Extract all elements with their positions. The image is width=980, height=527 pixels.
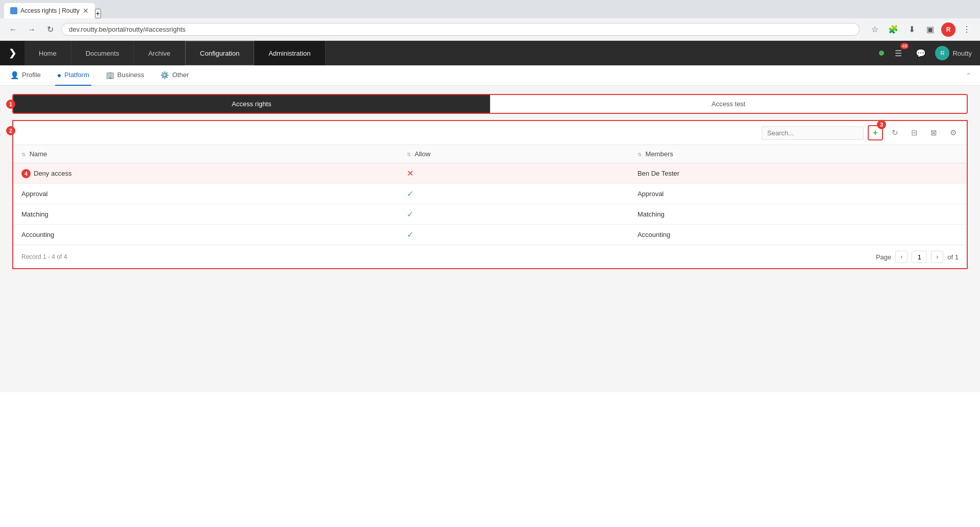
filter-icon: ⊟ [911, 128, 918, 137]
new-tab-button[interactable]: + [95, 9, 101, 18]
user-nav-name: Routty [952, 50, 972, 57]
platform-label: Platform [64, 71, 89, 79]
refresh-button[interactable]: ↻ [887, 125, 902, 140]
browser-tab[interactable]: Access rights | Routty ✕ [4, 3, 95, 18]
page-label: Page [876, 253, 891, 261]
browser-tab-bar: Access rights | Routty ✕ + [0, 0, 980, 18]
cell-name: Matching [13, 204, 399, 225]
col-name-label: Name [30, 150, 47, 158]
nav-administration-label: Administration [268, 50, 310, 57]
main-panel: 3 + ↻ ⊟ ⊠ ⚙ [12, 120, 968, 269]
step-badge-2: 2 [6, 126, 15, 135]
sidebar-toggle-icon[interactable]: ▣ [923, 22, 937, 37]
data-table: ⇅ Name ⇅ Allow ⇅ Members [13, 145, 967, 245]
col-members[interactable]: ⇅ Members [629, 145, 967, 163]
check-icon: ✓ [407, 230, 413, 239]
cell-name: Accounting [13, 225, 399, 245]
settings-button[interactable]: ⚙ [945, 125, 961, 140]
sub-nav-left: 👤 Profile ● Platform 🏢 Business ⚙️ Other [8, 65, 191, 86]
back-button[interactable]: ← [6, 22, 20, 37]
cell-allow: ✓ [399, 184, 629, 204]
tab-access-rights-label: Access rights [232, 100, 271, 108]
profile-icon: 👤 [10, 71, 19, 79]
browser-toolbar-icons: ☆ 🧩 ⬇ ▣ R ⋮ [868, 22, 974, 37]
step-badge-3: 3 [877, 120, 886, 129]
page-input[interactable] [912, 251, 927, 263]
content-area: 1 Access rights Access test 2 3 [0, 86, 980, 392]
sub-nav-item-platform[interactable]: ● Platform [55, 65, 91, 86]
add-icon: + [873, 128, 877, 137]
tab-access-test-label: Access test [712, 100, 745, 108]
record-count: Record 1 - 4 of 4 [21, 253, 67, 260]
forward-button[interactable]: → [24, 22, 39, 37]
sub-nav: 👤 Profile ● Platform 🏢 Business ⚙️ Other… [0, 65, 980, 86]
cell-members: Matching [629, 204, 967, 225]
check-icon: ✓ [407, 189, 413, 198]
total-pages: of 1 [947, 253, 959, 261]
user-avatar-icon[interactable]: R [941, 22, 955, 37]
status-dot [879, 51, 884, 56]
top-nav-logo[interactable]: ❯ [0, 41, 24, 65]
nav-home-label: Home [39, 50, 57, 57]
filter-clear-icon: ⊠ [930, 128, 937, 137]
profile-label: Profile [22, 71, 41, 79]
table-row[interactable]: Matching✓Matching [13, 204, 967, 225]
cell-members: Approval [629, 184, 967, 204]
user-nav[interactable]: R Routty [935, 46, 972, 60]
logo-icon: ❯ [9, 47, 16, 59]
browser-chrome: Access rights | Routty ✕ + ← → ↻ dev.rou… [0, 0, 980, 41]
next-page-button[interactable]: › [931, 251, 943, 263]
nav-configuration-label: Configuration [200, 50, 239, 57]
check-icon: ✓ [407, 210, 413, 219]
sub-nav-collapse[interactable]: ⌃ [966, 71, 972, 80]
download-icon[interactable]: ⬇ [904, 22, 919, 37]
filter-clear-button[interactable]: ⊠ [926, 125, 941, 140]
list-icon: ☰ [895, 49, 902, 58]
table-row[interactable]: Approval✓Approval [13, 184, 967, 204]
step-badge-4: 4 [21, 169, 31, 178]
menu-icon[interactable]: ⋮ [960, 22, 974, 37]
sort-allow-icon: ⇅ [407, 152, 411, 157]
extension-icon[interactable]: 🧩 [886, 22, 900, 37]
table-row[interactable]: Accounting✓Accounting [13, 225, 967, 245]
tab-access-test[interactable]: Access test [490, 95, 967, 113]
tabs-container: Access rights Access test [12, 94, 968, 114]
cell-members: Accounting [629, 225, 967, 245]
top-nav: ❯ Home Documents Archive Configuration A… [0, 41, 980, 65]
cell-name: Approval [13, 184, 399, 204]
notification-icon[interactable]: ☰ 48 [890, 45, 906, 61]
nav-item-archive[interactable]: Archive [134, 41, 185, 65]
bookmark-icon[interactable]: ☆ [868, 22, 882, 37]
cell-allow: ✓ [399, 204, 629, 225]
sub-nav-item-business[interactable]: 🏢 Business [104, 65, 146, 86]
tab-close-icon[interactable]: ✕ [83, 7, 89, 15]
reload-button[interactable]: ↻ [43, 22, 57, 37]
col-allow[interactable]: ⇅ Allow [399, 145, 629, 163]
business-label: Business [117, 71, 144, 79]
search-input[interactable] [762, 126, 864, 140]
address-bar[interactable]: dev.routty.be/portal/routty/#accessright… [61, 23, 860, 36]
nav-item-configuration[interactable]: Configuration [185, 41, 254, 65]
sort-name-icon: ⇅ [21, 152, 26, 157]
nav-item-administration[interactable]: Administration [254, 41, 325, 65]
pagination-row: Record 1 - 4 of 4 Page ‹ › of 1 [13, 245, 967, 268]
filter-button[interactable]: ⊟ [906, 125, 922, 140]
cell-members: Ben De Tester [629, 163, 967, 184]
business-icon: 🏢 [106, 71, 114, 79]
sub-nav-item-profile[interactable]: 👤 Profile [8, 65, 43, 86]
col-members-label: Members [646, 150, 673, 158]
prev-page-button[interactable]: ‹ [895, 251, 908, 263]
col-name[interactable]: ⇅ Name [13, 145, 399, 163]
other-icon: ⚙️ [160, 71, 169, 79]
pagination-controls: Page ‹ › of 1 [876, 251, 959, 263]
platform-icon: ● [57, 71, 61, 79]
tab-access-rights[interactable]: Access rights [13, 95, 490, 113]
cell-name: 4Deny access [13, 163, 399, 184]
tab-favicon [10, 7, 17, 14]
nav-item-home[interactable]: Home [24, 41, 71, 65]
nav-item-documents[interactable]: Documents [71, 41, 134, 65]
other-label: Other [172, 71, 189, 79]
table-row[interactable]: 4Deny access✕Ben De Tester [13, 163, 967, 184]
chat-icon[interactable]: 💬 [913, 45, 929, 61]
sub-nav-item-other[interactable]: ⚙️ Other [158, 65, 191, 86]
